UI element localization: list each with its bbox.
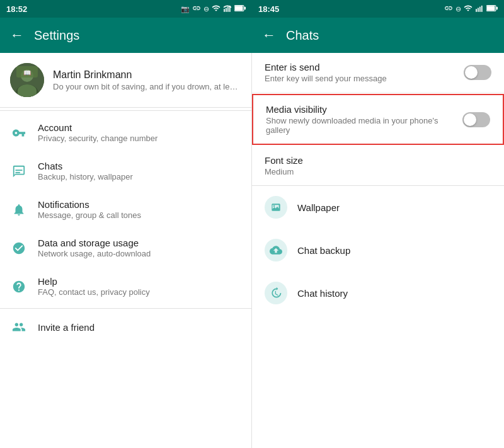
font-size-row[interactable]: Font size Medium bbox=[252, 146, 504, 186]
battery-icon-right bbox=[486, 4, 498, 13]
battery-icon-left bbox=[234, 4, 246, 13]
account-subtitle: Privacy, security, change number bbox=[38, 134, 241, 143]
link-icon-right bbox=[444, 4, 453, 14]
font-size-title: Font size bbox=[265, 155, 491, 166]
menu-item-data-storage[interactable]: Data and storage usage Network usage, au… bbox=[0, 229, 251, 267]
help-text: Help FAQ, contact us, privacy policy bbox=[38, 276, 241, 297]
svg-rect-10 bbox=[481, 6, 483, 12]
right-status-bar: 18:45 ⊖ bbox=[252, 0, 504, 18]
settings-header: ← Settings bbox=[0, 18, 252, 53]
chat-backup-item[interactable]: Chat backup bbox=[252, 229, 504, 272]
chats-title: Chats bbox=[286, 28, 319, 43]
data-storage-title: Data and storage usage bbox=[38, 238, 241, 248]
enter-is-send-toggle-knob bbox=[465, 66, 478, 79]
chats-settings-panel: Enter is send Enter key will send your m… bbox=[252, 53, 504, 448]
right-time: 18:45 bbox=[258, 4, 279, 14]
profile-section[interactable]: 📖 Martin Brinkmann Do your own bit of sa… bbox=[0, 53, 251, 108]
svg-rect-7 bbox=[476, 9, 477, 12]
help-icon bbox=[10, 280, 28, 294]
enter-is-send-title: Enter is send bbox=[265, 62, 464, 72]
chat-backup-icon-circle bbox=[265, 239, 287, 261]
help-subtitle: FAQ, contact us, privacy policy bbox=[38, 287, 241, 297]
menu-item-invite[interactable]: Invite a friend bbox=[0, 311, 251, 343]
wallpaper-title: Wallpaper bbox=[297, 202, 340, 213]
notifications-icon bbox=[10, 203, 28, 217]
wallpaper-item[interactable]: Wallpaper bbox=[252, 186, 504, 229]
chats-icon bbox=[10, 164, 28, 178]
chat-backup-title: Chat backup bbox=[297, 245, 350, 256]
notifications-text: Notifications Message, group & call tone… bbox=[38, 199, 241, 220]
menu-item-help[interactable]: Help FAQ, contact us, privacy policy bbox=[0, 267, 251, 306]
svg-rect-3 bbox=[229, 6, 231, 12]
svg-rect-20 bbox=[16, 171, 20, 173]
divider-1 bbox=[0, 110, 251, 111]
svg-rect-0 bbox=[224, 9, 225, 12]
chat-history-item[interactable]: Chat history bbox=[252, 272, 504, 314]
settings-title: Settings bbox=[34, 28, 79, 43]
svg-rect-9 bbox=[479, 7, 481, 12]
svg-rect-19 bbox=[16, 169, 23, 171]
invite-icon bbox=[10, 320, 28, 334]
data-storage-text: Data and storage usage Network usage, au… bbox=[38, 238, 241, 258]
left-status-bar: 18:52 📷 ⊖ bbox=[0, 0, 252, 18]
menu-item-notifications[interactable]: Notifications Message, group & call tone… bbox=[0, 190, 251, 229]
chat-history-title: Chat history bbox=[297, 288, 348, 299]
avatar-image: 📖 bbox=[10, 63, 44, 97]
data-storage-subtitle: Network usage, auto-download bbox=[38, 249, 241, 258]
svg-rect-6 bbox=[244, 7, 246, 10]
help-title: Help bbox=[38, 276, 241, 287]
camera-icon: 📷 bbox=[181, 5, 190, 13]
chats-back-button[interactable]: ← bbox=[262, 27, 276, 43]
svg-rect-8 bbox=[478, 8, 479, 11]
enter-is-send-row[interactable]: Enter is send Enter key will send your m… bbox=[252, 53, 504, 93]
account-title: Account bbox=[38, 122, 241, 133]
enter-is-send-text: Enter is send Enter key will send your m… bbox=[265, 62, 464, 83]
profile-name: Martin Brinkmann bbox=[53, 69, 241, 81]
left-status-icons: 📷 ⊖ bbox=[181, 4, 246, 14]
chats-text: Chats Backup, history, wallpaper bbox=[38, 161, 241, 181]
media-visibility-title: Media visibility bbox=[266, 104, 462, 115]
signal-icon bbox=[223, 4, 232, 14]
left-time: 18:52 bbox=[6, 4, 27, 14]
signal-icon-right bbox=[475, 4, 484, 14]
wifi-icon bbox=[212, 4, 220, 14]
wifi-icon-right bbox=[464, 4, 472, 14]
profile-status: Do your own bit of saving, and if you dr… bbox=[53, 82, 241, 91]
right-status-icons: ⊖ bbox=[444, 4, 498, 14]
notifications-title: Notifications bbox=[38, 199, 241, 210]
minus-circle-icon: ⊖ bbox=[203, 5, 209, 13]
chat-history-icon-circle bbox=[265, 282, 287, 304]
invite-text: Invite a friend bbox=[38, 322, 241, 333]
font-size-subtitle: Medium bbox=[265, 167, 491, 176]
chats-subtitle: Backup, history, wallpaper bbox=[38, 172, 241, 181]
enter-is-send-toggle[interactable] bbox=[464, 65, 491, 80]
minus-circle-icon-right: ⊖ bbox=[455, 5, 461, 13]
menu-item-account[interactable]: Account Privacy, security, change number bbox=[0, 113, 251, 152]
settings-back-button[interactable]: ← bbox=[10, 27, 24, 43]
media-visibility-toggle[interactable] bbox=[462, 112, 490, 127]
invite-title: Invite a friend bbox=[38, 322, 241, 333]
media-visibility-toggle-knob bbox=[464, 113, 476, 126]
chats-title-menu: Chats bbox=[38, 161, 241, 171]
chats-header: ← Chats bbox=[252, 18, 504, 53]
wallpaper-icon-circle bbox=[265, 196, 287, 219]
enter-is-send-subtitle: Enter key will send your message bbox=[265, 74, 464, 83]
svg-rect-13 bbox=[496, 7, 498, 10]
account-icon bbox=[10, 126, 28, 140]
avatar: 📖 bbox=[10, 63, 44, 97]
svg-rect-12 bbox=[487, 6, 495, 11]
account-text: Account Privacy, security, change number bbox=[38, 122, 241, 143]
svg-rect-5 bbox=[235, 6, 243, 11]
media-visibility-row[interactable]: Media visibility Show newly downloaded m… bbox=[252, 94, 504, 145]
data-storage-icon bbox=[10, 241, 28, 255]
notifications-subtitle: Message, group & call tones bbox=[38, 210, 241, 220]
media-visibility-subtitle: Show newly downloaded media in your phon… bbox=[266, 116, 462, 135]
svg-rect-1 bbox=[226, 8, 227, 11]
link-icon bbox=[192, 4, 201, 14]
svg-text:📖: 📖 bbox=[23, 69, 32, 77]
settings-panel: 📖 Martin Brinkmann Do your own bit of sa… bbox=[0, 53, 252, 448]
font-size-text: Font size Medium bbox=[265, 155, 491, 176]
media-visibility-text: Media visibility Show newly downloaded m… bbox=[266, 104, 462, 135]
menu-item-chats[interactable]: Chats Backup, history, wallpaper bbox=[0, 152, 251, 190]
profile-info: Martin Brinkmann Do your own bit of savi… bbox=[53, 69, 241, 91]
